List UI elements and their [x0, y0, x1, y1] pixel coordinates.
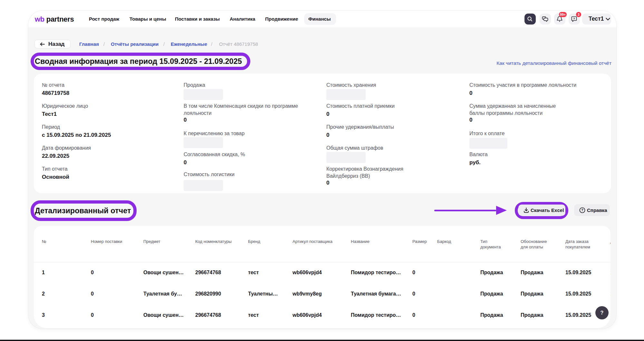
svg-text:?: ? [573, 17, 575, 20]
svg-text:?: ? [581, 208, 583, 212]
